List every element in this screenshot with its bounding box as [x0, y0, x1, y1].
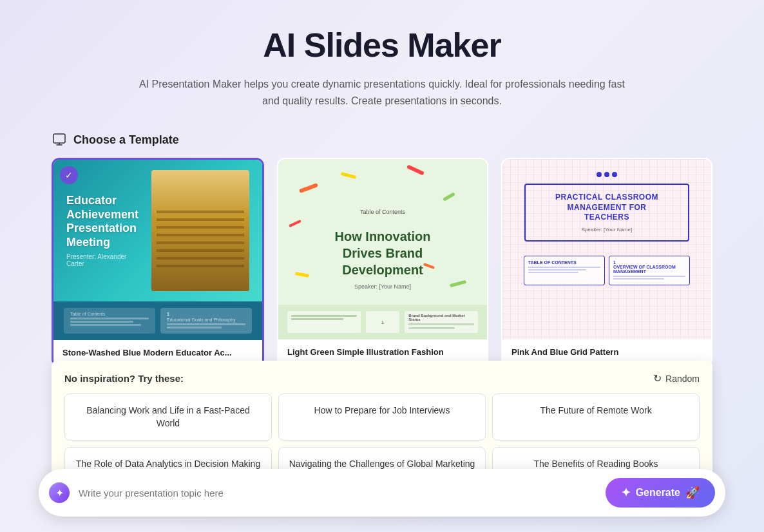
- page-subtitle: AI Presentation Maker helps you create d…: [131, 76, 633, 109]
- random-label: Random: [665, 374, 700, 384]
- inspiration-item-1[interactable]: How to Prepare for Job Interviews: [278, 394, 486, 441]
- inspiration-title: No inspiration? Try these:: [64, 373, 184, 384]
- inspiration-header: No inspiration? Try these: ↻ Random: [64, 372, 700, 385]
- generate-rocket-icon: 🚀: [685, 486, 700, 500]
- input-sparkle-icon: ✦: [49, 482, 70, 503]
- random-icon: ↻: [653, 372, 662, 385]
- bottom-input-bar: ✦ ✦ Generate 🚀: [39, 469, 725, 517]
- selected-check-icon: ✓: [60, 166, 78, 184]
- random-button[interactable]: ↻ Random: [653, 372, 700, 385]
- template-1-preview: EducatorAchievementPresentationMeeting P…: [53, 160, 262, 340]
- generate-button[interactable]: ✦ Generate 🚀: [606, 478, 715, 508]
- template-card-2[interactable]: Table of Contents How InnovationDrives B…: [277, 158, 488, 367]
- section-title: Choose a Template: [73, 133, 179, 147]
- template-2-preview: Table of Contents How InnovationDrives B…: [278, 159, 487, 339]
- inspiration-item-2[interactable]: The Future of Remote Work: [492, 394, 700, 441]
- template-card-1[interactable]: ✓ EducatorAchievementPresentationMeeting…: [52, 158, 264, 367]
- template-3-preview: PRACTICAL CLASSROOMMANAGEMENT FORTEACHER…: [502, 159, 711, 339]
- inspiration-item-0[interactable]: Balancing Work and Life in a Fast-Paced …: [64, 394, 272, 441]
- page-title: AI Slides Maker: [263, 26, 501, 64]
- template-section-icon: [52, 132, 67, 147]
- generate-wand-icon: ✦: [621, 486, 631, 500]
- template-card-3[interactable]: PRACTICAL CLASSROOMMANAGEMENT FORTEACHER…: [501, 158, 712, 367]
- topic-input[interactable]: [79, 488, 597, 499]
- svg-rect-0: [53, 134, 65, 143]
- templates-row: ✓ EducatorAchievementPresentationMeeting…: [52, 158, 712, 367]
- section-header: Choose a Template: [52, 132, 712, 147]
- generate-label: Generate: [636, 487, 680, 499]
